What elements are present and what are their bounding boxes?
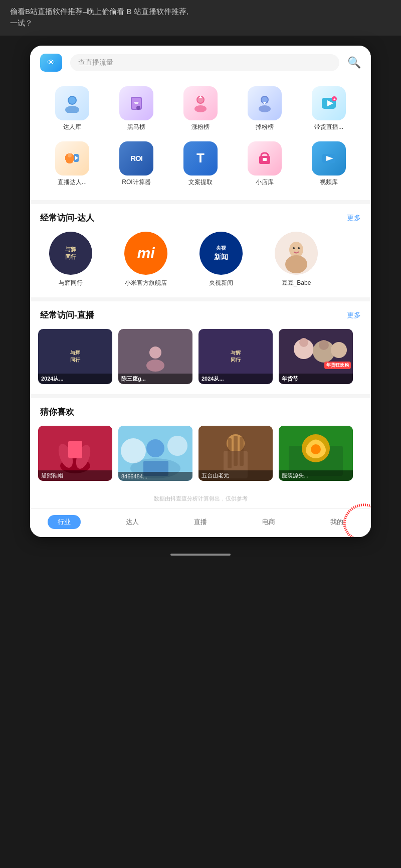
top-banner: 偷看B站直播软件推荐–晚上偷偷看 B 站直播软件推荐, 一试？ [0,0,401,36]
svg-rect-54 [240,437,244,466]
frequent-live-more[interactable]: 更多 [347,311,361,320]
svg-point-28 [293,247,295,249]
live1-text: 与辉同行 [66,345,84,368]
talent-doudou[interactable]: 豆豆_Babe [264,232,329,287]
svg-point-2 [69,97,76,104]
nav-live[interactable]: 直播 [166,515,235,529]
live-card-1[interactable]: 与辉同行 2024从... [38,329,112,384]
live-goods-label: 带货直播... [314,123,343,131]
talent-cctv[interactable]: 央视 新闻 央视新闻 [188,232,254,287]
rec-thumb-2: 8466484... [118,426,192,481]
copywriting-label: 文案提取 [188,179,213,187]
talent-lib-label: 达人库 [63,123,81,131]
nav-talent[interactable]: 达人 [98,515,166,529]
live3-text: 与辉同行 [227,345,245,368]
tool-shop-lib[interactable]: 小店库 [240,141,290,187]
home-bar [170,554,231,556]
svg-rect-22 [263,158,267,161]
frequent-talent-more[interactable]: 更多 [347,214,361,223]
fans-up-label: 涨粉榜 [191,123,210,131]
talent-lib-svg [63,94,82,113]
live-talent-icon [55,141,89,176]
video-lib-label: 视频库 [320,179,338,187]
fans-down-icon [248,86,282,120]
cctv-inner: 央视 新闻 [214,245,228,262]
svg-point-10 [262,97,268,103]
rec1-label: 黛熙鞋帽 [38,470,112,481]
fans-up-icon [183,86,218,120]
tool-copywriting[interactable]: T 文案提取 [175,141,226,187]
frequent-talent-list: 与辉同行 与辉同行 mi 小米官方旗舰店 央视 新闻 央视新闻 [30,230,371,297]
svg-rect-53 [234,436,238,466]
svg-point-18 [66,159,73,163]
nav-live-label: 直播 [194,515,207,529]
blackhorse-label: 黑马榜 [127,123,145,131]
rec-card-1[interactable]: 黛熙鞋帽 [38,426,112,481]
frequent-talent-header: 经常访问-达人 更多 [30,204,371,230]
nav-mine[interactable]: 我的 [303,515,371,529]
talent-xiaomi-label: 小米官方旗舰店 [125,279,167,287]
app-logo [40,54,62,72]
live-card-4[interactable]: 年货狂欢购 年货节 [279,329,353,384]
talent-yuhui-label: 与辉同行 [59,279,83,287]
tool-talent-lib[interactable]: 达人库 [47,86,97,131]
tool-blackhorse[interactable]: 黑马榜 [111,86,161,131]
copywriting-icon: T [183,141,218,176]
recommend-list: 黛熙鞋帽 8466484... [30,424,371,489]
svg-point-47 [146,439,164,457]
shop-lib-svg [255,149,274,168]
tool-live-goods[interactable]: + 带货直播... [304,86,354,131]
tool-fans-up[interactable]: 涨粉榜 [175,86,226,131]
fans-up-svg [191,94,210,113]
avatar-xiaomi: mi [124,232,167,275]
rec-card-3[interactable]: 五台山老元 [198,426,273,481]
svg-rect-42 [68,441,82,458]
nav-industry[interactable]: 行业 [30,515,98,529]
mi-text: mi [137,245,154,262]
rec4-label: 服装源头... [279,470,353,481]
home-indicator [30,547,371,562]
talent-xiaomi[interactable]: mi 小米官方旗舰店 [113,232,178,287]
svg-rect-52 [228,438,232,468]
search-icon[interactable]: 🔍 [347,56,361,69]
svg-point-58 [311,444,321,454]
rec-thumb-1: 黛熙鞋帽 [38,426,112,481]
search-placeholder: 查直播流量 [78,58,113,66]
tool-live-talent[interactable]: 直播达人... [47,141,97,187]
live-thumb-3: 与辉同行 2024从... [198,329,273,384]
fans-down-label: 掉粉榜 [256,123,274,131]
live-goods-svg: + [319,94,338,113]
live1-label: 2024从... [38,374,112,384]
svg-point-36 [319,340,329,350]
live-card-2[interactable]: 陈三废g... [118,329,192,384]
search-bar[interactable]: 查直播流量 [70,54,339,71]
roi-icon: ROI [119,141,153,176]
tools-section: 达人库 黑马榜 [30,78,371,200]
svg-text:+: + [333,97,336,102]
svg-point-31 [146,360,164,372]
svg-point-8 [194,105,207,112]
rec-card-4[interactable]: 服装源头... [279,426,353,481]
cctv-top: 央视 [214,245,228,252]
avatar-cctv: 央视 新闻 [199,232,243,275]
svg-point-46 [167,436,187,456]
recommend-header: 猜你喜欢 [30,398,371,424]
tool-video-lib[interactable]: 视频库 [304,141,354,187]
talent-yuhui[interactable]: 与辉同行 与辉同行 [38,232,103,287]
frequent-live-list: 与辉同行 2024从... 陈三废g... 与辉同行 2024从... [30,327,371,394]
rec-card-2[interactable]: 8466484... [118,426,192,481]
tool-fans-down[interactable]: 掉粉榜 [240,86,290,131]
roi-label: ROI计算器 [122,179,150,187]
rec-thumb-3: 五台山老元 [198,426,273,481]
tool-roi[interactable]: ROI ROI计算器 [111,141,161,187]
bottom-nav: 行业 达人 直播 电商 我的 [30,508,371,537]
frequent-live-title: 经常访问-直播 [40,309,94,321]
video-lib-svg [319,149,338,168]
svg-point-37 [331,342,347,358]
banner-line1: 偷看B站直播软件推荐–晚上偷偷看 B 站直播软件推荐, [10,6,391,18]
nav-ecommerce[interactable]: 电商 [235,515,303,529]
svg-point-34 [299,338,308,347]
nav-industry-label[interactable]: 行业 [48,515,81,529]
frequent-live-header: 经常访问-直播 更多 [30,301,371,327]
live-card-3[interactable]: 与辉同行 2024从... [198,329,273,384]
